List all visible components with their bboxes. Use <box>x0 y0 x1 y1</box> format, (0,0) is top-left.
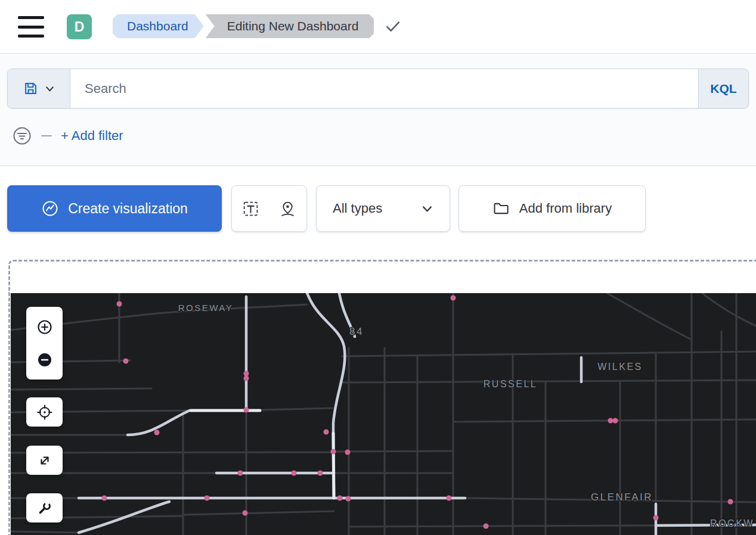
saved-query-menu-button[interactable] <box>8 69 70 108</box>
map-road-minor <box>607 293 692 340</box>
app-logo[interactable]: D <box>67 14 92 39</box>
chevron-down-icon <box>45 83 55 94</box>
map-road-minor <box>342 380 756 382</box>
map-road-highlight <box>333 433 334 498</box>
create-visualization-button[interactable]: Create visualization <box>7 185 222 232</box>
map-road-minor <box>183 511 334 515</box>
map-street-label: RUSSELL <box>484 379 537 389</box>
map-data-point[interactable] <box>447 496 452 501</box>
map-data-point[interactable] <box>345 450 351 455</box>
map-data-point[interactable] <box>243 511 248 516</box>
all-types-label: All types <box>333 201 382 216</box>
map-data-point[interactable] <box>123 359 129 364</box>
add-from-library-label: Add from library <box>519 201 612 216</box>
floppy-save-icon <box>23 80 39 97</box>
map-road-minor <box>349 525 656 527</box>
filter-divider <box>41 135 52 136</box>
map-road-minor <box>333 451 453 452</box>
menu-hamburger-icon[interactable] <box>18 16 44 38</box>
dashboard-toolbar: Create visualization All types <box>0 167 756 260</box>
map-road-major <box>307 293 345 498</box>
map-data-point[interactable] <box>154 430 160 436</box>
map-data-point[interactable] <box>728 499 733 505</box>
map-street-label: ROSEWAY <box>178 303 234 313</box>
map-data-point[interactable] <box>117 301 122 307</box>
map-road-minor <box>261 408 333 410</box>
locate-position-button[interactable] <box>26 397 63 427</box>
top-navigation-bar: D Dashboard Editing New Dashboard <box>0 0 756 54</box>
plus-circle-icon <box>36 319 53 335</box>
search-input[interactable] <box>70 69 698 108</box>
add-filter-button[interactable]: + Add filter <box>61 128 123 144</box>
expand-diagonal-icon <box>36 452 53 469</box>
map-tools-button[interactable] <box>26 493 63 522</box>
all-types-dropdown[interactable]: All types <box>316 185 450 232</box>
query-section: KQL + Add filter <box>0 54 756 166</box>
map-data-point[interactable] <box>346 496 351 502</box>
breadcrumb-current-page: Editing New Dashboard <box>206 14 374 38</box>
map-data-point[interactable] <box>238 471 243 476</box>
map-street-label: WILKES <box>597 362 642 372</box>
map-data-point[interactable] <box>292 471 297 476</box>
map-data-point[interactable] <box>102 496 107 501</box>
map-data-point[interactable] <box>318 471 323 476</box>
minus-circle-icon <box>36 352 53 368</box>
crosshair-icon <box>36 404 53 421</box>
map-data-point[interactable] <box>653 515 659 521</box>
map-data-point[interactable] <box>324 430 329 435</box>
map-canvas: ROSEWAY84WILKESRUSSELLGLENFAIRROCKW <box>11 293 756 535</box>
annotation-tools-group <box>231 185 307 232</box>
add-from-library-button[interactable]: Add from library <box>458 185 646 232</box>
map-street-label: ROCKW <box>710 518 754 528</box>
map-data-point[interactable] <box>331 449 336 455</box>
map-data-point[interactable] <box>451 296 456 301</box>
add-map-button[interactable] <box>269 186 307 231</box>
text-annotation-icon <box>242 200 259 217</box>
map-road-minor <box>702 293 756 328</box>
zoom-out-button[interactable] <box>30 345 59 374</box>
filter-circle-icon[interactable] <box>12 126 32 146</box>
map-road-minor <box>11 531 79 533</box>
visualization-icon <box>41 200 59 217</box>
map-data-point[interactable] <box>205 496 210 501</box>
expand-map-button[interactable] <box>26 446 63 475</box>
map-street-label: 84 <box>349 326 364 337</box>
breadcrumb: Dashboard Editing New Dashboard <box>113 14 401 38</box>
map-visualization[interactable]: ROSEWAY84WILKESRUSSELLGLENFAIRROCKW <box>11 293 756 535</box>
map-data-point[interactable] <box>484 524 489 529</box>
map-data-point[interactable] <box>244 376 249 381</box>
map-road-minor <box>453 419 756 422</box>
check-icon <box>385 18 401 35</box>
create-visualization-label: Create visualization <box>68 201 188 217</box>
wrench-icon <box>36 500 53 517</box>
map-data-point[interactable] <box>613 418 618 424</box>
chevron-down-icon <box>421 203 433 215</box>
add-text-annotation-button[interactable] <box>232 186 269 231</box>
dashboard-panel-dropzone[interactable]: ROSEWAY84WILKESRUSSELLGLENFAIRROCKW <box>8 260 756 535</box>
map-data-point[interactable] <box>244 371 249 377</box>
breadcrumb-dashboard[interactable]: Dashboard <box>113 14 204 38</box>
map-road-minor <box>342 352 756 356</box>
map-data-point[interactable] <box>244 408 249 413</box>
map-zoom-controls <box>26 307 63 380</box>
kql-language-button[interactable]: KQL <box>698 69 748 108</box>
filter-bar: + Add filter <box>12 126 123 146</box>
folder-icon <box>492 200 509 217</box>
map-marker-icon <box>279 200 296 217</box>
map-data-point[interactable] <box>608 418 614 424</box>
map-data-point[interactable] <box>337 496 343 501</box>
map-street-label: GLENFAIR <box>591 492 653 503</box>
search-bar: KQL <box>7 69 749 108</box>
map-road-minor <box>11 388 151 390</box>
zoom-in-button[interactable] <box>30 312 59 341</box>
